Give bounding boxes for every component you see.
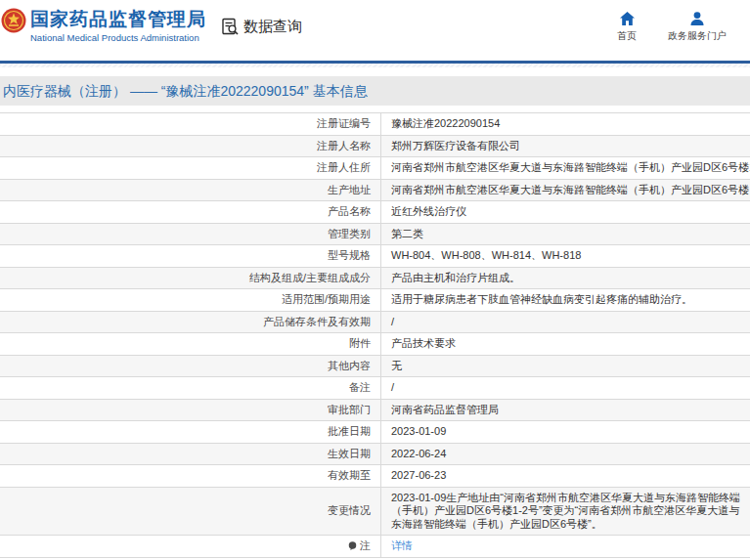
nav-home-label: 首页 bbox=[617, 29, 637, 43]
data-query-section[interactable]: 数据查询 bbox=[221, 18, 302, 36]
row-value: 详情 bbox=[381, 536, 750, 557]
row-value: 第二类 bbox=[381, 224, 750, 245]
table-row: 生产地址河南省郑州市航空港区华夏大道与东海路智能终端（手机）产业园D区6号楼 bbox=[0, 180, 750, 202]
table-row: 其他内容无 bbox=[0, 356, 750, 378]
table-row: 有效期至2027-06-23 bbox=[0, 465, 750, 488]
row-label: 注册人名称 bbox=[0, 136, 381, 157]
row-label: 变更情况 bbox=[0, 488, 381, 536]
row-value: 适用于糖尿病患者下肢血管神经缺血病变引起疼痛的辅助治疗。 bbox=[381, 289, 750, 311]
table-row: 产品储存条件及有效期/ bbox=[0, 312, 750, 334]
row-label: 产品储存条件及有效期 bbox=[0, 312, 381, 333]
row-label: 有效期至 bbox=[0, 465, 381, 487]
row-value: / bbox=[381, 377, 750, 399]
row-label: 生产地址 bbox=[0, 180, 381, 201]
data-query-icon bbox=[221, 18, 240, 36]
table-row: 变更情况2023-01-09生产地址由“河南省郑州市航空港区华夏大道与东海路智能… bbox=[0, 488, 750, 537]
table-row: 生效日期2022-06-24 bbox=[0, 444, 750, 466]
row-value: 近红外线治疗仪 bbox=[381, 201, 750, 223]
row-value: 河南省郑州市航空港区华夏大道与东海路智能终端（手机）产业园D区6号楼 bbox=[381, 180, 750, 201]
table-row: 批准日期2023-01-09 bbox=[0, 421, 750, 444]
row-value: 无 bbox=[381, 356, 750, 377]
row-value: 河南省药品监督管理局 bbox=[381, 400, 750, 421]
row-label: 附件 bbox=[0, 333, 381, 355]
registration-detail-table: 注册证编号豫械注准20222090154注册人名称郑州万辉医疗设备有限公司注册人… bbox=[0, 112, 750, 558]
header-divider-shadow bbox=[0, 64, 750, 67]
table-row: 管理类别第二类 bbox=[0, 224, 750, 246]
logo: 国家药品监督管理局 National Medical Products Admi… bbox=[30, 9, 206, 44]
row-value: 2022-06-24 bbox=[381, 444, 750, 465]
row-label: 备注 bbox=[0, 377, 381, 399]
row-value: 2023-01-09 bbox=[381, 421, 750, 443]
table-row: 附件产品技术要求 bbox=[0, 333, 750, 356]
row-label: 适用范围/预期用途 bbox=[0, 289, 381, 311]
table-row: 结构及组成/主要组成成分产品由主机和治疗片组成。 bbox=[0, 268, 750, 290]
home-icon bbox=[620, 12, 635, 25]
data-query-label: 数据查询 bbox=[243, 18, 302, 36]
table-row: 注册证编号豫械注准20222090154 bbox=[0, 113, 750, 136]
row-value: / bbox=[381, 312, 750, 333]
row-value: WH-804、WH-808、WH-814、WH-818 bbox=[381, 245, 750, 267]
row-label: 结构及组成/主要组成成分 bbox=[0, 268, 381, 289]
row-label: 注 bbox=[0, 536, 381, 557]
row-value: 2027-06-23 bbox=[381, 465, 750, 487]
table-row: 注册人住所河南省郑州市航空港区华夏大道与东海路智能终端（手机）产业园D区6号楼1… bbox=[0, 157, 750, 180]
row-label: 其他内容 bbox=[0, 356, 381, 377]
national-emblem-icon bbox=[1, 8, 26, 33]
top-nav: 首页 政务服务门户 bbox=[617, 12, 727, 43]
row-label: 审批部门 bbox=[0, 400, 381, 421]
row-value: 产品技术要求 bbox=[381, 333, 750, 355]
note-icon bbox=[348, 541, 357, 550]
row-label: 注册证编号 bbox=[0, 113, 381, 135]
nav-portal-label: 政务服务门户 bbox=[668, 29, 727, 43]
table-row: 型号规格WH-804、WH-808、WH-814、WH-818 bbox=[0, 245, 750, 268]
row-label: 型号规格 bbox=[0, 245, 381, 267]
row-value: 河南省郑州市航空港区华夏大道与东海路智能终端（手机）产业园D区6号楼1-2号 bbox=[381, 157, 750, 179]
note-label-text: 注 bbox=[360, 536, 371, 557]
detail-link[interactable]: 详情 bbox=[391, 539, 413, 551]
table-row: 审批部门河南省药品监督管理局 bbox=[0, 400, 750, 422]
table-row: 产品名称近红外线治疗仪 bbox=[0, 201, 750, 224]
row-label: 管理类别 bbox=[0, 224, 381, 245]
row-value: 郑州万辉医疗设备有限公司 bbox=[381, 136, 750, 157]
logo-subtitle: National Medical Products Administration bbox=[30, 32, 206, 44]
table-row: 备注/ bbox=[0, 377, 750, 400]
user-icon bbox=[690, 12, 704, 25]
row-value: 产品由主机和治疗片组成。 bbox=[381, 268, 750, 289]
row-label: 注册人住所 bbox=[0, 157, 381, 179]
row-label: 生效日期 bbox=[0, 444, 381, 465]
page-header: 国家药品监督管理局 National Medical Products Admi… bbox=[0, 0, 750, 61]
row-label: 产品名称 bbox=[0, 201, 381, 223]
row-value: 2023-01-09生产地址由“河南省郑州市航空港区华夏大道与东海路智能终端（手… bbox=[381, 488, 750, 536]
logo-title: 国家药品监督管理局 bbox=[30, 9, 206, 30]
table-row-note: 注详情 bbox=[0, 536, 750, 558]
page-title: 内医疗器械（注册） —— “豫械注准20222090154” 基本信息 bbox=[0, 76, 750, 106]
row-label: 批准日期 bbox=[0, 421, 381, 443]
nav-item-portal[interactable]: 政务服务门户 bbox=[668, 12, 727, 43]
nav-item-home[interactable]: 首页 bbox=[617, 12, 637, 43]
row-value: 豫械注准20222090154 bbox=[381, 113, 750, 135]
table-row: 注册人名称郑州万辉医疗设备有限公司 bbox=[0, 136, 750, 158]
table-row: 适用范围/预期用途适用于糖尿病患者下肢血管神经缺血病变引起疼痛的辅助治疗。 bbox=[0, 289, 750, 312]
